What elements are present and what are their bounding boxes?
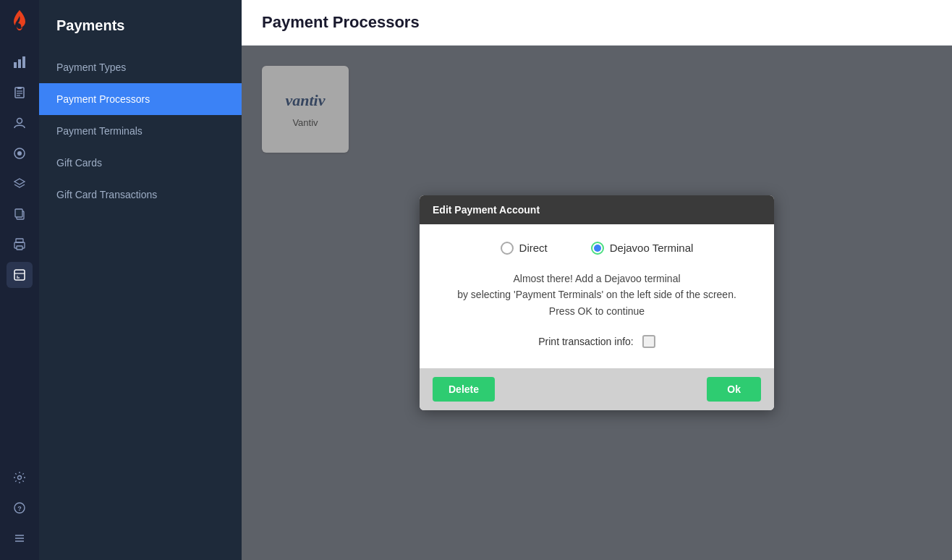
svg-rect-13 [16,239,23,242]
radio-dejavoo[interactable]: Dejavoo Terminal [591,242,694,255]
nav-icon-terminal[interactable] [7,262,33,288]
main-header: Payment Processors [242,0,952,46]
dialog-overlay: Edit Payment Account Direct Dejavoo Term… [242,46,952,560]
ok-button[interactable]: Ok [707,377,761,402]
radio-circle-dejavoo [591,242,604,255]
nav-icon-circle[interactable] [7,140,33,166]
nav-icon-print[interactable] [7,232,33,258]
dialog-body: Direct Dejavoo Terminal Almost there! Ad… [420,224,774,368]
print-row: Print transaction info: [440,335,754,348]
app-logo[interactable] [7,9,33,35]
svg-rect-2 [22,56,25,68]
radio-direct[interactable]: Direct [501,242,548,255]
print-transaction-checkbox[interactable] [642,335,655,348]
icon-sidebar: ? [0,0,39,560]
sidebar-item-payment-processors[interactable]: Payment Processors [39,83,242,115]
sidebar-item-gift-cards[interactable]: Gift Cards [39,147,242,179]
nav-icon-gear[interactable] [7,464,33,491]
sidebar-title: Payments [39,17,242,51]
svg-point-10 [17,151,22,156]
nav-icon-chart[interactable] [7,49,33,75]
svg-rect-12 [15,209,22,217]
dialog-message: Almost there! Add a Dejavoo terminal by … [440,271,754,319]
radio-row: Direct Dejavoo Terminal [440,242,754,255]
nav-icon-copy[interactable] [7,201,33,227]
nav-icon-question[interactable]: ? [7,495,33,521]
svg-rect-16 [14,270,25,280]
svg-rect-0 [14,62,17,68]
svg-rect-4 [17,87,22,89]
edit-payment-dialog: Edit Payment Account Direct Dejavoo Term… [420,195,774,410]
svg-rect-1 [18,59,21,68]
svg-text:?: ? [17,505,22,512]
main-body: vantiv Vantiv Edit Payment Account Direc… [242,46,952,560]
nav-icon-list[interactable] [7,525,33,551]
svg-rect-3 [15,88,24,98]
nav-sidebar: Payments Payment Types Payment Processor… [39,0,242,560]
page-title: Payment Processors [262,13,932,32]
delete-button[interactable]: Delete [433,377,495,402]
main-content: Payment Processors vantiv Vantiv Edit Pa… [242,0,952,560]
sidebar-item-payment-types[interactable]: Payment Types [39,51,242,83]
svg-rect-15 [17,246,22,250]
svg-point-8 [17,119,22,124]
sidebar-item-payment-terminals[interactable]: Payment Terminals [39,115,242,147]
radio-circle-direct [501,242,514,255]
nav-icon-person[interactable] [7,110,33,136]
nav-icon-layers[interactable] [7,171,33,197]
sidebar-item-gift-card-transactions[interactable]: Gift Card Transactions [39,179,242,211]
svg-point-20 [18,476,22,480]
dialog-footer: Delete Ok [420,368,774,410]
dialog-header: Edit Payment Account [420,195,774,224]
print-label: Print transaction info: [538,336,634,347]
nav-icon-clipboard[interactable] [7,80,33,106]
